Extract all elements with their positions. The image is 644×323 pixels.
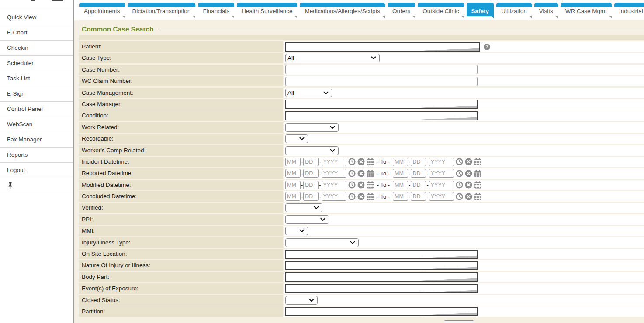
partition-input[interactable] xyxy=(285,307,478,316)
sidebar-item-reports[interactable]: Reports xyxy=(0,147,73,162)
tab-medications-allergies-scripts[interactable]: Medications/Allergies/Scripts xyxy=(300,3,385,16)
case-manager-input[interactable] xyxy=(285,100,478,109)
modified-datetime-from-day-input[interactable] xyxy=(303,181,319,189)
calendar-icon[interactable] xyxy=(474,158,481,165)
calendar-icon[interactable] xyxy=(367,193,374,200)
workers-comp-related-select[interactable] xyxy=(285,146,339,155)
pin-icon[interactable] xyxy=(7,182,14,189)
sidebar-item-control-panel[interactable]: Control Panel xyxy=(0,101,73,117)
incident-datetime-from-year-input[interactable] xyxy=(322,158,346,166)
tab-dictation-transcription[interactable]: Dictation/Transcription xyxy=(128,3,196,16)
sidebar-item-e-chart[interactable]: E-Chart xyxy=(0,25,73,40)
nature-of-injury-input[interactable] xyxy=(285,261,478,270)
sidebar-item-logout[interactable]: Logout xyxy=(0,162,73,178)
tab-health-surveillance[interactable]: Health Surveillance xyxy=(237,3,297,16)
clear-icon[interactable] xyxy=(465,170,472,177)
closed-status-select[interactable] xyxy=(285,296,318,305)
concluded-datetime-to-month-input[interactable] xyxy=(393,192,408,201)
concluded-datetime-from-year-input[interactable] xyxy=(322,192,346,201)
modified-datetime-to-month-input[interactable] xyxy=(393,181,408,189)
on-site-location-input[interactable] xyxy=(285,250,478,259)
incident-datetime-from-day-input[interactable] xyxy=(303,158,319,166)
concluded-datetime-from-day-input[interactable] xyxy=(303,192,319,201)
date-separator: - xyxy=(426,170,428,177)
reported-datetime-to-day-input[interactable] xyxy=(411,169,426,178)
search-button[interactable]: Search xyxy=(444,320,474,323)
help-icon[interactable]: ? xyxy=(484,44,490,50)
events-of-exposure-input[interactable] xyxy=(285,284,478,293)
clear-icon[interactable] xyxy=(357,193,365,200)
clear-icon[interactable] xyxy=(357,170,365,177)
sidebar-item-fax-manager[interactable]: Fax Manager xyxy=(0,132,73,147)
wc-claim-number-input[interactable] xyxy=(285,77,478,86)
calendar-icon[interactable] xyxy=(474,181,481,189)
clear-icon[interactable] xyxy=(357,158,365,165)
incident-datetime-to-day-input[interactable] xyxy=(411,158,426,166)
reported-datetime-from-month-input[interactable] xyxy=(285,169,301,178)
clock-icon[interactable] xyxy=(348,193,356,200)
value-cell: --- To --- xyxy=(284,157,644,167)
calendar-icon[interactable] xyxy=(474,193,481,200)
modified-datetime-from-year-input[interactable] xyxy=(322,181,346,189)
case-management-select[interactable]: All xyxy=(285,89,332,97)
modified-datetime-to-day-input[interactable] xyxy=(411,181,426,189)
body-part-input[interactable] xyxy=(285,272,478,282)
clock-icon[interactable] xyxy=(456,181,463,189)
calendar-icon[interactable] xyxy=(367,158,374,165)
tab-orders[interactable]: Orders xyxy=(388,3,415,16)
reported-datetime-from-day-input[interactable] xyxy=(303,169,319,178)
modified-datetime-from-month-input[interactable] xyxy=(285,181,301,189)
tab-appointments[interactable]: Appointments xyxy=(79,3,125,16)
clock-icon[interactable] xyxy=(456,193,463,200)
verified-select[interactable] xyxy=(285,203,322,212)
sidebar-item-task-list[interactable]: Task List xyxy=(0,71,73,86)
clock-icon[interactable] xyxy=(456,170,463,177)
clear-icon[interactable] xyxy=(465,193,472,200)
mmi-select[interactable] xyxy=(285,227,308,235)
injury-illness-type-label: Injury/Illness Type: xyxy=(79,237,283,248)
incident-datetime-to-month-input[interactable] xyxy=(393,158,408,166)
form-row-condition: Condition: xyxy=(79,110,644,121)
sidebar-item-quick-view[interactable]: Quick View xyxy=(0,10,73,25)
incident-datetime-from-month-input[interactable] xyxy=(285,158,301,166)
incident-datetime-to-year-input[interactable] xyxy=(429,158,454,166)
calendar-icon[interactable] xyxy=(367,170,374,177)
tab-industrial-hygiene[interactable]: Industrial Hygiene xyxy=(614,3,644,16)
calendar-icon[interactable] xyxy=(474,170,481,177)
concluded-datetime-from-month-input[interactable] xyxy=(285,192,301,201)
clock-icon[interactable] xyxy=(348,181,356,189)
reported-datetime-to-year-input[interactable] xyxy=(429,169,454,178)
clear-icon[interactable] xyxy=(357,181,365,189)
patient-input[interactable] xyxy=(285,42,480,52)
case-number-input[interactable] xyxy=(285,65,478,74)
tab-financials[interactable]: Financials xyxy=(198,3,234,16)
clock-icon[interactable] xyxy=(456,158,463,165)
sidebar-item-e-sign[interactable]: E-Sign xyxy=(0,86,73,101)
sidebar-item-scheduler[interactable]: Scheduler xyxy=(0,55,73,71)
table-top-strip xyxy=(79,35,644,40)
concluded-datetime-to-day-input[interactable] xyxy=(411,192,426,201)
clear-icon[interactable] xyxy=(465,158,472,165)
modified-datetime-to-year-input[interactable] xyxy=(429,181,454,189)
concluded-datetime-to-year-input[interactable] xyxy=(429,192,454,201)
sidebar-item-webscan[interactable]: WebScan xyxy=(0,117,73,132)
tab-safety[interactable]: Safety xyxy=(467,3,494,16)
recordable-select[interactable] xyxy=(285,134,308,143)
tab-utilization[interactable]: Utilization xyxy=(496,3,532,16)
case-type-select[interactable]: All xyxy=(285,54,380,62)
calendar-icon[interactable] xyxy=(367,181,374,189)
work-related-select[interactable] xyxy=(285,123,339,132)
form-row-recordable: Recordable: xyxy=(79,134,644,144)
tab-visits[interactable]: Visits xyxy=(534,3,558,16)
tab-wr-case-mgmt[interactable]: WR Case Mgmt xyxy=(561,3,612,16)
clock-icon[interactable] xyxy=(348,170,356,177)
injury-illness-type-select[interactable] xyxy=(285,238,359,247)
reported-datetime-to-month-input[interactable] xyxy=(393,169,408,178)
sidebar-item-checkin[interactable]: Checkin xyxy=(0,40,73,55)
reported-datetime-from-year-input[interactable] xyxy=(322,169,346,178)
tab-outside-clinic[interactable]: Outside Clinic xyxy=(418,3,464,16)
clear-icon[interactable] xyxy=(465,181,472,189)
clock-icon[interactable] xyxy=(348,158,356,165)
ppi-select[interactable] xyxy=(285,215,329,224)
condition-input[interactable] xyxy=(285,111,478,120)
